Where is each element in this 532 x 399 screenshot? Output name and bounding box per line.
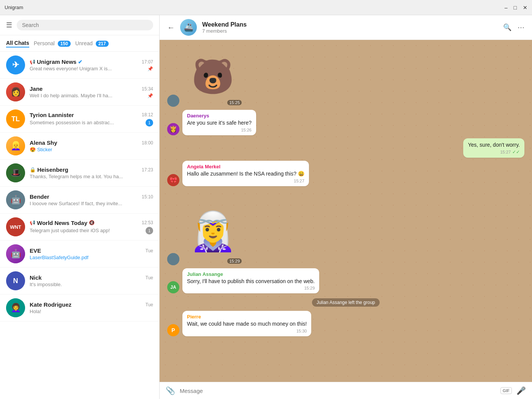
- tab-personal[interactable]: Personal 150: [34, 40, 71, 48]
- avatar-worldnews: WNT: [6, 217, 25, 236]
- chat-header: ← 🚢 Weekend Plans 7 members 🔍 ⋯: [160, 15, 532, 40]
- message-time: 15:29: [304, 286, 315, 290]
- message-bubble: Daenerys Are you sure it's safe here? 15…: [182, 110, 256, 135]
- unread-badge: 1: [146, 119, 153, 127]
- tab-unread[interactable]: Unread 217: [75, 40, 109, 48]
- sticker: 🧝‍♀️ 15:29: [182, 189, 243, 265]
- chat-list: ✈ 📢 Unigram News ✔ 17:07 Great news ever…: [0, 52, 159, 399]
- message-row: 🐻 15:25: [167, 46, 524, 107]
- avatar: P: [167, 324, 179, 336]
- chat-item-alena[interactable]: 👱‍♀️ Alena Shy 18:00 😍 Sticker: [0, 133, 159, 160]
- chat-item-kate[interactable]: 👩‍🦱 Kate Rodriguez Tue Hola!: [0, 294, 159, 321]
- avatar: JA: [167, 281, 179, 293]
- chat-item-unigram-news[interactable]: ✈ 📢 Unigram News ✔ 17:07 Great news ever…: [0, 52, 159, 79]
- chat-name: Bender: [30, 193, 49, 200]
- message-sender: Pierre: [187, 314, 307, 320]
- filter-tabs: All Chats Personal 150 Unread 217: [0, 35, 159, 52]
- avatar: 🎀: [167, 174, 179, 186]
- message-text: Sorry, I'll have to publish this convers…: [187, 278, 315, 285]
- message-bubble: Angela Merkel Hallo alle zusammen! Is th…: [182, 161, 309, 186]
- tab-all-chats[interactable]: All Chats: [6, 39, 29, 48]
- chat-name: Nick: [30, 274, 42, 281]
- chat-item-heisenberg[interactable]: 🎩 🔒 Heisenberg 17:23 Thanks, Telegram he…: [0, 160, 159, 187]
- message-row: 👸 Daenerys Are you sure it's safe here? …: [167, 110, 524, 135]
- chat-name: 🔒 Heisenberg: [30, 166, 68, 173]
- lock-icon: 🔒: [30, 167, 36, 173]
- chat-name: 📢 World News Today 🔇: [30, 220, 95, 226]
- chat-panel: ← 🚢 Weekend Plans 7 members 🔍 ⋯ 🐻: [160, 15, 532, 399]
- personal-badge: 150: [58, 41, 71, 47]
- message-time: 15:30: [296, 329, 307, 333]
- chat-item-bender[interactable]: 🤖 Bender 15:10 I looove new Surfaces! If…: [0, 187, 159, 214]
- gif-button[interactable]: GIF: [500, 387, 512, 394]
- read-check-icon: ✓✓: [512, 149, 520, 155]
- chat-name: Kate Rodriguez: [30, 301, 71, 308]
- window-controls: – □ ✕: [505, 5, 527, 11]
- avatar-heisenberg: 🎩: [6, 163, 25, 182]
- attach-button[interactable]: 📎: [166, 386, 175, 395]
- message-time: 15:27: [500, 150, 511, 154]
- chat-name: EVE: [30, 247, 41, 254]
- channel-icon: 📢: [30, 59, 35, 65]
- sidebar: ☰ All Chats Personal 150 Unread 217 ✈ 📢: [0, 15, 160, 399]
- sidebar-header: ☰: [0, 15, 159, 35]
- system-message: Julian Assange left the group: [167, 299, 524, 306]
- system-message-text: Julian Assange left the group: [312, 298, 380, 307]
- message-bubble: 🧝‍♀️ 15:29: [182, 189, 243, 265]
- message-bubble: Julian Assange Sorry, I'll have to publi…: [182, 268, 319, 294]
- chat-item-jane[interactable]: 👩 Jane 15:34 Well I do help animals. May…: [0, 79, 159, 106]
- avatar: 👸: [167, 123, 179, 135]
- sticker: 🐻 15:25: [182, 46, 243, 107]
- header-actions: 🔍 ⋯: [503, 23, 524, 32]
- message-time: 15:27: [294, 179, 304, 183]
- avatar-unigram-news: ✈: [6, 55, 25, 74]
- message-row: JA Julian Assange Sorry, I'll have to pu…: [167, 268, 524, 294]
- group-avatar: 🚢: [180, 19, 197, 36]
- back-button[interactable]: ←: [167, 23, 175, 32]
- pin-icon: 📌: [147, 93, 153, 98]
- chat-name: Alena Shy: [30, 139, 57, 146]
- chat-item-eve[interactable]: 🤖 EVE Tue LaserBlastSafetyGuide.pdf: [0, 241, 159, 268]
- message-sender: Angela Merkel: [187, 164, 304, 169]
- message-text: Are you sure it's safe here?: [187, 119, 252, 127]
- minimize-button[interactable]: –: [505, 5, 508, 11]
- message-text: Wait, we could have made so much money o…: [187, 320, 307, 328]
- input-area: 📎 GIF 🎤: [160, 382, 532, 399]
- menu-icon[interactable]: ☰: [6, 21, 12, 29]
- avatar-kate: 👩‍🦱: [6, 298, 25, 317]
- search-icon[interactable]: 🔍: [503, 23, 511, 32]
- maximize-button[interactable]: □: [514, 5, 517, 11]
- message-row: 🧝‍♀️ 15:29: [167, 189, 524, 265]
- message-bubble: Yes, sure, don't worry. 15:27 ✓✓: [463, 138, 524, 158]
- chat-name: Tyrion Lannister: [30, 112, 74, 118]
- message-row: P Pierre Wait, we could have made so muc…: [167, 311, 524, 336]
- chat-item-worldnews[interactable]: WNT 📢 World News Today 🔇 12:53 Telegram …: [0, 214, 159, 241]
- avatar: [167, 253, 179, 265]
- close-button[interactable]: ✕: [523, 5, 527, 11]
- message-row: Yes, sure, don't worry. 15:27 ✓✓: [167, 138, 524, 158]
- chat-item-nick[interactable]: N Nick Tue It's impossible.: [0, 268, 159, 294]
- avatar-bender: 🤖: [6, 190, 25, 209]
- message-text: Yes, sure, don't worry.: [468, 141, 520, 149]
- message-bubble: 🐻 15:25: [182, 46, 243, 107]
- message-time: 15:26: [241, 128, 252, 132]
- search-input[interactable]: [22, 22, 148, 28]
- app-title: Unigram: [5, 5, 23, 10]
- message-bubble: Pierre Wait, we could have made so much …: [182, 311, 311, 336]
- message-text: Hallo alle zusammen! Is the NSA reading …: [187, 170, 304, 178]
- unread-badge: 217: [96, 41, 109, 47]
- avatar-jane: 👩: [6, 82, 25, 101]
- avatar-eve: 🤖: [6, 244, 25, 263]
- mic-button[interactable]: 🎤: [516, 386, 526, 395]
- avatar-tyrion: TL: [6, 109, 25, 128]
- search-box[interactable]: [17, 20, 153, 30]
- verified-icon: ✔: [78, 59, 82, 65]
- chat-item-tyrion[interactable]: TL Tyrion Lannister 18:12 Sometimes poss…: [0, 106, 159, 133]
- message-input[interactable]: [180, 388, 496, 394]
- messages-area: 🐻 15:25 👸 Daenerys Are you sure it's saf…: [160, 40, 532, 382]
- avatar: [167, 95, 179, 107]
- more-options-icon[interactable]: ⋯: [518, 23, 524, 32]
- avatar-nick: N: [6, 271, 25, 290]
- unread-badge: 1: [146, 227, 153, 234]
- chat-header-name: Weekend Plans: [202, 21, 498, 28]
